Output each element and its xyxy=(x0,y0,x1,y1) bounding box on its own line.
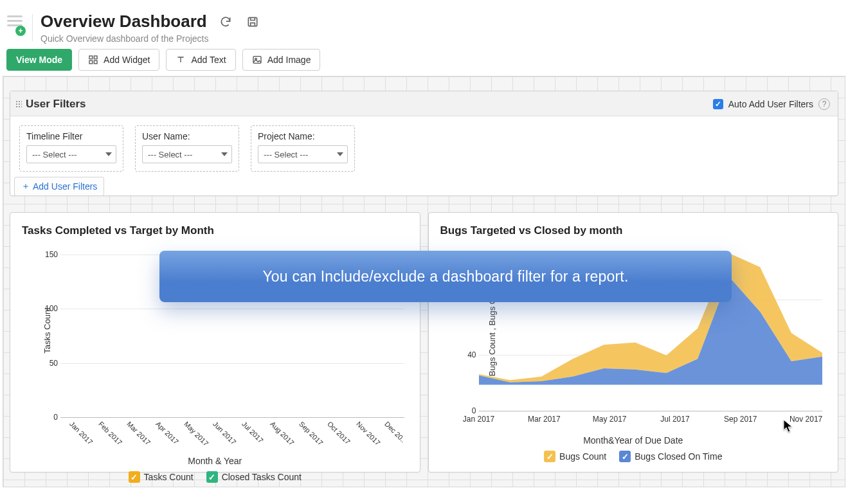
legend-bugs-closed[interactable]: ✓Bugs Closed On Time xyxy=(619,451,722,462)
refresh-button[interactable] xyxy=(217,14,234,30)
user-filters-panel[interactable]: User Filters ✓ Auto Add User Filters ? T… xyxy=(10,91,838,196)
x-tick: Sep 2017 xyxy=(298,420,325,447)
x-tick: Jul 2017 xyxy=(660,415,689,424)
legend-bugs-count[interactable]: ✓Bugs Count xyxy=(544,451,606,462)
x-tick: Sep 2017 xyxy=(724,415,757,424)
filter-1: User Name:--- Select --- xyxy=(135,125,239,172)
x-tick: May 2017 xyxy=(593,415,627,424)
y-tick: 40 xyxy=(467,350,476,359)
filter-0: Timeline Filter--- Select --- xyxy=(19,125,123,172)
add-user-filters-label: Add User Filters xyxy=(33,181,97,192)
add-image-button[interactable]: Add Image xyxy=(242,49,321,71)
filter-select[interactable]: --- Select --- xyxy=(142,145,232,163)
x-tick: Aug 2017 xyxy=(269,420,296,447)
user-filters-title: User Filters xyxy=(26,98,86,111)
y-tick: 50 xyxy=(50,359,58,368)
x-tick: Jan 2017 xyxy=(68,420,94,446)
hint-banner-text: You can Include/exclude a dashboard filt… xyxy=(262,268,628,285)
refresh-icon xyxy=(219,15,232,28)
auto-add-label: Auto Add User Filters xyxy=(728,99,813,109)
page-title: Overview Dashboard xyxy=(41,12,207,32)
y-tick: 0 xyxy=(472,406,476,415)
x-tick: Mar 2017 xyxy=(125,420,152,446)
bugs-chart-title: Bugs Targeted vs Closed by month xyxy=(440,224,827,237)
save-button[interactable] xyxy=(244,14,261,30)
divider xyxy=(32,14,33,41)
text-icon xyxy=(176,55,186,65)
new-chart-menu[interactable]: + xyxy=(5,13,24,35)
filter-label: Timeline Filter xyxy=(26,131,116,141)
legend-tasks-count[interactable]: ✓Tasks Count xyxy=(129,471,194,483)
x-tick: Mar 2017 xyxy=(528,415,561,424)
plus-icon: + xyxy=(15,26,26,36)
x-tick: Jan 2017 xyxy=(463,415,494,424)
page-subtitle: Quick Overview dashboard of the Projects xyxy=(41,33,261,44)
add-widget-button[interactable]: Add Widget xyxy=(78,49,159,71)
save-icon xyxy=(246,15,259,28)
x-tick: Nov 2017 xyxy=(355,420,382,447)
x-tick: Feb 2017 xyxy=(97,420,123,446)
help-icon[interactable]: ? xyxy=(818,98,830,110)
legend-closed-tasks[interactable]: ✓Closed Tasks Count xyxy=(206,471,302,483)
x-tick: Apr 2017 xyxy=(154,420,180,446)
filter-select[interactable]: --- Select --- xyxy=(258,145,348,163)
y-tick: 150 xyxy=(45,250,58,259)
chevron-down-icon xyxy=(105,152,112,156)
tasks-chart-title: Tasks Completed vs Target by Month xyxy=(22,224,408,237)
tasks-x-axis-label: Month & Year xyxy=(22,456,408,466)
plus-icon: ＋ xyxy=(21,181,30,192)
chevron-down-icon xyxy=(221,152,228,156)
add-image-label: Add Image xyxy=(267,55,311,65)
filter-select[interactable]: --- Select --- xyxy=(26,145,116,163)
svg-rect-4 xyxy=(94,60,97,64)
svg-rect-1 xyxy=(89,56,93,59)
svg-rect-2 xyxy=(94,56,97,59)
image-icon xyxy=(252,55,262,65)
svg-rect-3 xyxy=(89,60,93,64)
bugs-x-axis-label: Month&Year of Due Date xyxy=(440,435,827,446)
y-tick: 100 xyxy=(45,304,58,313)
x-tick: Dec 20.. xyxy=(383,420,407,444)
drag-handle-icon[interactable] xyxy=(15,100,22,108)
chevron-down-icon xyxy=(337,152,343,156)
add-text-label: Add Text xyxy=(191,55,226,65)
add-text-button[interactable]: Add Text xyxy=(166,49,235,71)
filter-2: Project Name:--- Select --- xyxy=(251,125,355,172)
view-mode-button[interactable]: View Mode xyxy=(6,49,72,71)
filter-label: Project Name: xyxy=(258,131,348,141)
add-widget-label: Add Widget xyxy=(104,55,150,65)
x-tick: Jun 2017 xyxy=(212,420,237,446)
x-tick: May 2017 xyxy=(183,420,211,447)
auto-add-checkbox[interactable]: ✓ xyxy=(713,99,723,109)
x-tick: Jul 2017 xyxy=(240,420,265,444)
add-user-filters-button[interactable]: ＋ Add User Filters xyxy=(14,177,104,196)
x-tick: Oct 2017 xyxy=(326,420,352,446)
svg-rect-0 xyxy=(248,17,257,26)
filter-label: User Name: xyxy=(142,131,232,141)
svg-rect-5 xyxy=(253,57,261,64)
hint-banner: You can Include/exclude a dashboard filt… xyxy=(159,251,732,302)
y-tick: 0 xyxy=(53,413,58,422)
cursor-icon xyxy=(783,419,795,435)
widget-icon xyxy=(88,55,98,65)
